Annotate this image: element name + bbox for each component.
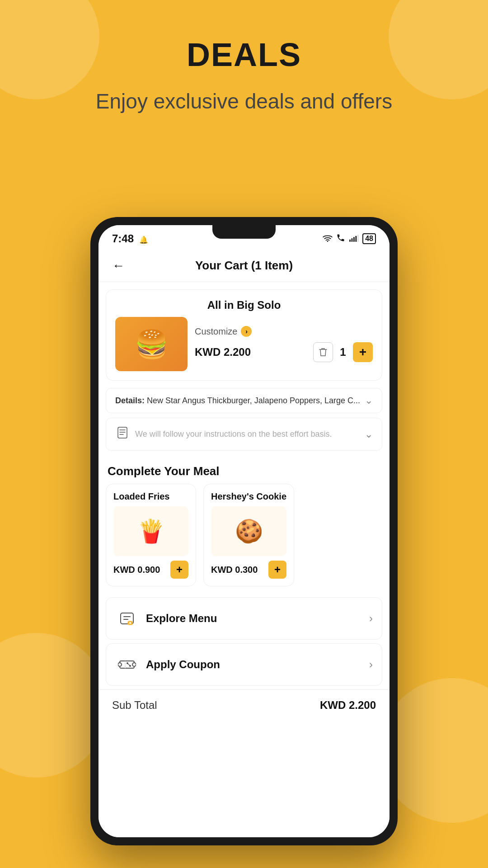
- subtotal-label: Sub Total: [112, 699, 157, 712]
- apply-coupon-label: Apply Coupon: [146, 658, 362, 671]
- meal-item-image-1: 🍪: [211, 506, 286, 556]
- apply-coupon-row[interactable]: Apply Coupon ›: [106, 643, 382, 686]
- details-row[interactable]: Details: New Star Angus Thickburger, Jal…: [106, 388, 382, 413]
- svg-point-21: [127, 662, 128, 664]
- meal-item-price-0: KWD 0.900: [113, 565, 160, 575]
- subtotal-row: Sub Total KWD 2.200: [99, 689, 389, 721]
- coupon-icon: [115, 653, 139, 676]
- status-time: 7:48: [112, 232, 134, 245]
- battery-indicator: 48: [362, 233, 376, 244]
- instructions-row[interactable]: We will follow your instructions on the …: [106, 418, 382, 451]
- back-button[interactable]: ←: [112, 259, 125, 273]
- meal-item-name-0: Loaded Fries: [113, 491, 188, 502]
- item-name: All in Big Solo: [115, 299, 373, 311]
- top-nav: ← Your Cart (1 Item): [99, 250, 389, 282]
- header-section: DEALS Enjoy exclusive deals and offers: [0, 0, 488, 116]
- app-content: ← Your Cart (1 Item) All in Big Solo 🍔 C…: [99, 250, 389, 837]
- svg-rect-6: [118, 427, 127, 438]
- meal-card-footer-1: KWD 0.300 +: [211, 561, 286, 579]
- phone-screen: 7:48 🔔 48: [99, 225, 389, 837]
- notification-dot-icon: 🔔: [139, 236, 148, 244]
- apply-coupon-chevron-icon: ›: [369, 658, 373, 671]
- meal-items-row: Loaded Fries 🍟 KWD 0.900 + Hershey's Coo…: [99, 484, 389, 594]
- cart-title: Your Cart (1 Item): [195, 259, 293, 273]
- page-subtitle: Enjoy exclusive deals and offers: [0, 87, 488, 116]
- instructions-placeholder: We will follow your instructions on the …: [135, 429, 359, 439]
- instructions-chevron-icon: ⌄: [365, 429, 373, 440]
- meal-item-price-1: KWD 0.300: [211, 565, 258, 575]
- subtotal-value: KWD 2.200: [320, 699, 376, 712]
- svg-point-17: [118, 663, 122, 666]
- camera-notch: [212, 225, 276, 239]
- instructions-icon: [115, 425, 130, 443]
- meal-card-hersheys: Hershey's Cookie 🍪 KWD 0.300 +: [203, 484, 294, 586]
- customize-badge: ›: [241, 326, 252, 337]
- svg-rect-1: [349, 239, 351, 241]
- increase-quantity-button[interactable]: +: [353, 342, 373, 362]
- svg-rect-2: [352, 238, 353, 242]
- meal-item-name-1: Hershey's Cookie: [211, 491, 286, 502]
- svg-rect-3: [353, 237, 355, 242]
- complete-meal-title: Complete Your Meal: [99, 455, 389, 484]
- details-text: Details: New Star Angus Thickburger, Jal…: [115, 396, 365, 406]
- svg-point-18: [132, 663, 136, 666]
- status-icons: 48: [323, 233, 376, 245]
- meal-item-image-0: 🍟: [113, 506, 188, 556]
- item-image: 🍔: [115, 317, 188, 371]
- details-chevron-icon: ⌄: [365, 395, 373, 406]
- explore-menu-row[interactable]: Explore Menu ›: [106, 597, 382, 640]
- svg-point-22: [129, 665, 131, 667]
- explore-menu-label: Explore Menu: [146, 612, 362, 625]
- svg-rect-5: [357, 235, 359, 242]
- phone-mockup: 7:48 🔔 48: [90, 217, 398, 845]
- explore-menu-chevron-icon: ›: [369, 612, 373, 625]
- wifi-icon: [323, 234, 333, 244]
- meal-card-loaded-fries: Loaded Fries 🍟 KWD 0.900 +: [106, 484, 196, 586]
- burger-icon: 🍔: [115, 317, 188, 371]
- svg-rect-4: [356, 236, 357, 241]
- item-price: KWD 2.200: [195, 346, 251, 359]
- add-hersheys-button[interactable]: +: [268, 561, 286, 579]
- phone-frame: 7:48 🔔 48: [90, 217, 398, 845]
- cart-item-card: All in Big Solo 🍔 Customize › KWD 2.200: [106, 289, 382, 381]
- call-icon: [336, 233, 345, 245]
- quantity-display: 1: [338, 346, 347, 359]
- qty-controls: 1 +: [313, 342, 373, 362]
- meal-card-footer-0: KWD 0.900 +: [113, 561, 188, 579]
- delete-button[interactable]: [313, 342, 333, 362]
- item-details: Customize › KWD 2.200 1 +: [195, 326, 373, 362]
- status-bar: 7:48 🔔 48: [99, 225, 389, 250]
- add-loaded-fries-button[interactable]: +: [170, 561, 188, 579]
- signal-icon: [349, 234, 359, 244]
- price-qty-row: KWD 2.200 1 +: [195, 342, 373, 362]
- customize-row: Customize ›: [195, 326, 373, 337]
- page-title: DEALS: [0, 36, 488, 73]
- item-row: 🍔 Customize › KWD 2.200: [115, 317, 373, 371]
- customize-label[interactable]: Customize: [195, 326, 237, 337]
- explore-menu-icon: [115, 607, 139, 630]
- svg-point-0: [327, 241, 328, 241]
